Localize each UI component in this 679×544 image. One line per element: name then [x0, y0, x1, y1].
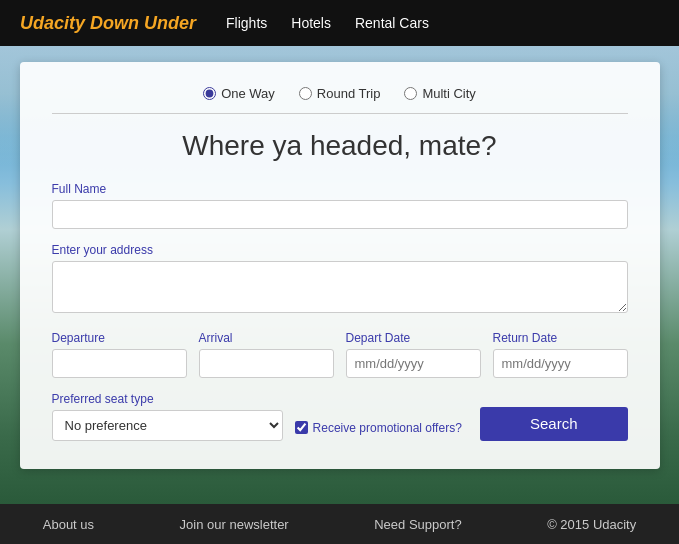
full-name-input[interactable] — [52, 200, 628, 229]
arrival-input[interactable] — [199, 349, 334, 378]
departure-group: Departure — [52, 331, 187, 378]
address-label: Enter your address — [52, 243, 628, 257]
flight-details-row: Departure Arrival Depart Date Return Dat… — [52, 331, 628, 378]
nav-rental-cars[interactable]: Rental Cars — [355, 15, 429, 31]
address-input[interactable] — [52, 261, 628, 313]
departure-input[interactable] — [52, 349, 187, 378]
return-date-input[interactable] — [493, 349, 628, 378]
form-heading: Where ya headed, mate? — [52, 130, 628, 162]
full-name-label: Full Name — [52, 182, 628, 196]
seat-type-group: Preferred seat type No preference Window… — [52, 392, 283, 441]
footer-support[interactable]: Need Support? — [374, 517, 461, 532]
return-date-group: Return Date — [493, 331, 628, 378]
return-date-label: Return Date — [493, 331, 628, 345]
footer: About us Join our newsletter Need Suppor… — [0, 504, 679, 544]
seat-type-select[interactable]: No preference Window Aisle Middle — [52, 410, 283, 441]
booking-form-card: One Way Round Trip Multi City Where ya h… — [20, 62, 660, 469]
footer-newsletter[interactable]: Join our newsletter — [180, 517, 289, 532]
full-name-group: Full Name — [52, 182, 628, 229]
depart-date-input[interactable] — [346, 349, 481, 378]
promo-checkbox[interactable] — [295, 421, 308, 434]
promo-label: Receive promotional offers? — [313, 421, 462, 435]
header: Udacity Down Under Flights Hotels Rental… — [0, 0, 679, 46]
depart-date-group: Depart Date — [346, 331, 481, 378]
trip-tab-multi-city[interactable]: Multi City — [404, 86, 475, 101]
arrival-label: Arrival — [199, 331, 334, 345]
footer-copyright: © 2015 Udacity — [547, 517, 636, 532]
promo-group: Receive promotional offers? — [295, 421, 468, 441]
brand-logo: Udacity Down Under — [20, 13, 196, 34]
search-button[interactable]: Search — [480, 407, 628, 441]
main-nav: Flights Hotels Rental Cars — [226, 15, 429, 31]
brand-styled-text: Down Under — [90, 13, 196, 33]
trip-tab-one-way[interactable]: One Way — [203, 86, 275, 101]
trip-type-tabs: One Way Round Trip Multi City — [52, 86, 628, 114]
footer-about[interactable]: About us — [43, 517, 94, 532]
bottom-row: Preferred seat type No preference Window… — [52, 392, 628, 441]
brand-plain-text: Udacity — [20, 13, 85, 33]
arrival-group: Arrival — [199, 331, 334, 378]
trip-tab-round-trip[interactable]: Round Trip — [299, 86, 381, 101]
main-background: One Way Round Trip Multi City Where ya h… — [0, 46, 679, 504]
address-group: Enter your address — [52, 243, 628, 317]
depart-date-label: Depart Date — [346, 331, 481, 345]
nav-hotels[interactable]: Hotels — [291, 15, 331, 31]
seat-type-label: Preferred seat type — [52, 392, 283, 406]
nav-flights[interactable]: Flights — [226, 15, 267, 31]
departure-label: Departure — [52, 331, 187, 345]
